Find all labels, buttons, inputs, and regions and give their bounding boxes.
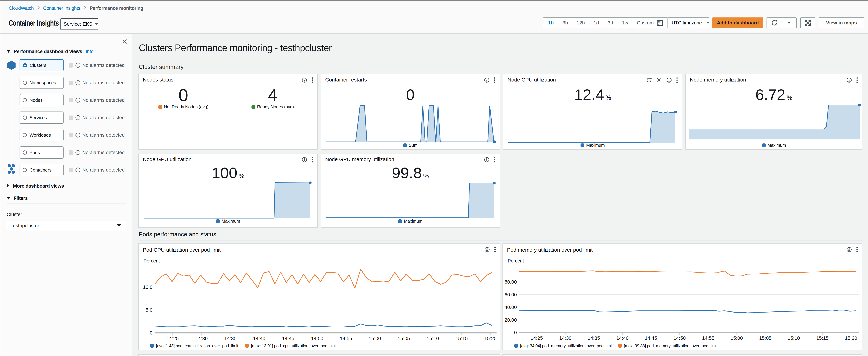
- svg-text:15:15: 15:15: [816, 335, 829, 341]
- svg-text:14:35: 14:35: [224, 336, 237, 341]
- svg-text:15:20: 15:20: [484, 336, 497, 341]
- svg-text:14:55: 14:55: [340, 336, 352, 341]
- svg-text:[max: 13.91] pod_cpu_utilizati: [max: 13.91] pod_cpu_utilization_over_po…: [251, 344, 337, 348]
- svg-text:[avg: 34.04] pod_memory_utiliz: [avg: 34.04] pod_memory_utilization_over…: [520, 344, 613, 348]
- svg-text:15:00: 15:00: [731, 335, 743, 341]
- svg-text:15:05: 15:05: [759, 335, 771, 341]
- svg-text:14:30: 14:30: [195, 336, 208, 341]
- svg-text:14:25: 14:25: [166, 336, 179, 341]
- svg-text:15:00: 15:00: [369, 336, 381, 341]
- svg-text:80.00: 80.00: [504, 279, 517, 285]
- svg-text:14:35: 14:35: [588, 335, 600, 341]
- svg-text:14:25: 14:25: [531, 335, 543, 341]
- svg-text:20.00: 20.00: [504, 317, 517, 323]
- svg-text:[max: 99.88] pod_memory_utiliz: [max: 99.88] pod_memory_utilization_over…: [624, 344, 718, 348]
- svg-text:[avg: 1.43] pod_cpu_utilizatio: [avg: 1.43] pod_cpu_utilization_over_pod…: [156, 344, 238, 348]
- svg-text:15:15: 15:15: [456, 336, 468, 341]
- svg-text:15:05: 15:05: [398, 336, 410, 341]
- svg-text:60.00: 60.00: [504, 292, 517, 297]
- svg-text:Percent: Percent: [144, 258, 160, 263]
- svg-text:0: 0: [514, 330, 517, 335]
- svg-text:Percent: Percent: [508, 258, 524, 263]
- svg-text:14:40: 14:40: [253, 336, 265, 341]
- svg-text:40.00: 40.00: [504, 304, 517, 310]
- svg-text:5.0: 5.0: [146, 307, 152, 313]
- svg-text:15:10: 15:10: [427, 336, 439, 341]
- svg-text:14:50: 14:50: [674, 335, 686, 341]
- svg-text:15:20: 15:20: [845, 335, 857, 341]
- svg-text:10.0: 10.0: [143, 285, 153, 290]
- svg-text:14:55: 14:55: [702, 335, 714, 341]
- svg-text:0: 0: [150, 330, 152, 335]
- svg-text:14:30: 14:30: [559, 335, 571, 341]
- svg-text:14:40: 14:40: [616, 335, 628, 341]
- svg-text:14:50: 14:50: [311, 336, 323, 341]
- svg-text:15:10: 15:10: [788, 335, 800, 341]
- svg-text:14:45: 14:45: [645, 335, 657, 341]
- svg-text:14:45: 14:45: [282, 336, 294, 341]
